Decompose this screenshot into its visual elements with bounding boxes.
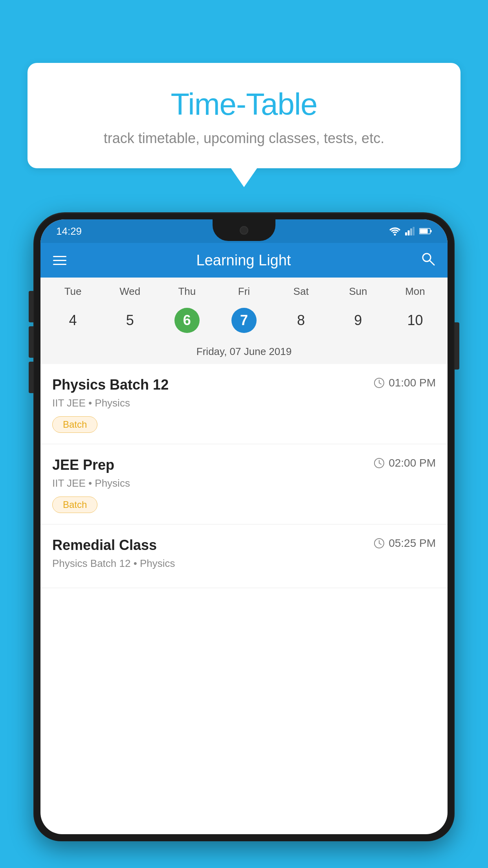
svg-line-12 — [379, 383, 381, 384]
svg-line-18 — [379, 543, 381, 544]
item-title-1: Physics Batch 12 — [52, 377, 169, 393]
svg-line-9 — [430, 261, 434, 265]
time-text-1: 01:00 PM — [389, 377, 436, 389]
item-header-1: Physics Batch 12 01:00 PM — [52, 377, 436, 393]
day-wed[interactable]: Wed — [101, 285, 158, 298]
selected-date-label: Friday, 07 June 2019 — [40, 343, 448, 364]
status-time: 14:29 — [56, 225, 82, 237]
bubble-title: Time-Table — [43, 86, 445, 122]
app-title: Learning Light — [76, 252, 411, 269]
time-text-3: 05:25 PM — [389, 537, 436, 550]
svg-rect-1 — [405, 232, 407, 235]
schedule-item-1[interactable]: Physics Batch 12 01:00 PM IIT JEE • Phys… — [40, 364, 448, 444]
date-5[interactable]: 5 — [101, 304, 158, 337]
svg-rect-6 — [420, 229, 428, 234]
item-subtitle-3: Physics Batch 12 • Physics — [52, 557, 436, 570]
battery-icon — [419, 228, 432, 235]
svg-rect-2 — [408, 230, 410, 235]
date-9[interactable]: 9 — [330, 304, 387, 337]
phone-frame: 14:29 — [33, 212, 455, 868]
bubble-subtitle: track timetable, upcoming classes, tests… — [43, 130, 445, 147]
date-circle-6[interactable]: 6 — [174, 308, 200, 333]
svg-rect-3 — [410, 228, 412, 235]
svg-rect-7 — [431, 230, 432, 232]
signal-icon — [405, 227, 415, 235]
date-8[interactable]: 8 — [273, 304, 330, 337]
date-numbers: 4 5 6 7 8 9 10 — [40, 301, 448, 343]
item-header-3: Remedial Class 05:25 PM — [52, 537, 436, 554]
clock-icon-1 — [374, 377, 385, 388]
status-bar: 14:29 — [40, 219, 448, 243]
schedule-item-3[interactable]: Remedial Class 05:25 PM Physics Batch 12… — [40, 524, 448, 588]
date-6[interactable]: 6 — [158, 304, 215, 337]
item-header-2: JEE Prep 02:00 PM — [52, 457, 436, 473]
search-button[interactable] — [421, 252, 435, 269]
svg-line-15 — [379, 463, 381, 464]
day-mon[interactable]: Mon — [387, 285, 444, 298]
speech-bubble-container: Time-Table track timetable, upcoming cla… — [28, 63, 460, 168]
svg-point-0 — [394, 234, 396, 236]
day-sat[interactable]: Sat — [273, 285, 330, 298]
clock-icon-3 — [374, 538, 385, 549]
wifi-icon — [389, 227, 400, 235]
date-circle-7[interactable]: 7 — [231, 308, 257, 333]
day-tue[interactable]: Tue — [44, 285, 101, 298]
batch-badge-2: Batch — [52, 497, 97, 513]
batch-badge-1: Batch — [52, 416, 97, 433]
item-time-1: 01:00 PM — [374, 377, 436, 389]
schedule-item-2[interactable]: JEE Prep 02:00 PM IIT JEE • Physics Batc… — [40, 444, 448, 524]
clock-icon-2 — [374, 458, 385, 469]
menu-button[interactable] — [53, 256, 66, 265]
item-subtitle-2: IIT JEE • Physics — [52, 477, 436, 489]
item-title-3: Remedial Class — [52, 537, 157, 554]
item-time-2: 02:00 PM — [374, 457, 436, 469]
speech-bubble: Time-Table track timetable, upcoming cla… — [28, 63, 460, 168]
schedule-list: Physics Batch 12 01:00 PM IIT JEE • Phys… — [40, 364, 448, 588]
item-subtitle-1: IIT JEE • Physics — [52, 397, 436, 409]
phone-screen: 14:29 — [40, 219, 448, 834]
day-sun[interactable]: Sun — [330, 285, 387, 298]
date-7[interactable]: 7 — [215, 304, 272, 337]
item-title-2: JEE Prep — [52, 457, 114, 473]
status-icons — [389, 227, 432, 235]
notch — [213, 219, 275, 241]
calendar-section: Tue Wed Thu Fri Sat Sun Mon 4 5 6 7 — [40, 278, 448, 364]
phone-outer: 14:29 — [33, 212, 455, 841]
date-10[interactable]: 10 — [387, 304, 444, 337]
svg-rect-4 — [413, 227, 415, 235]
item-time-3: 05:25 PM — [374, 537, 436, 550]
time-text-2: 02:00 PM — [389, 457, 436, 469]
app-bar: Learning Light — [40, 243, 448, 278]
day-thu[interactable]: Thu — [158, 285, 215, 298]
camera — [240, 226, 248, 235]
date-4[interactable]: 4 — [44, 304, 101, 337]
day-fri[interactable]: Fri — [215, 285, 272, 298]
day-headers: Tue Wed Thu Fri Sat Sun Mon — [40, 278, 448, 301]
